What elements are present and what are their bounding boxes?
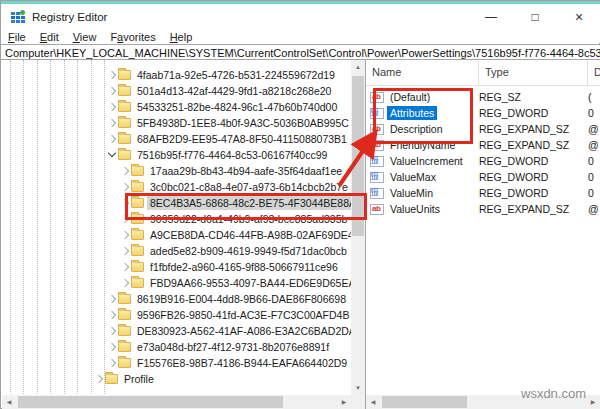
tree-item-label[interactable]: DE830923-A562-41AF-A086-E3A2C6BAD2DA [134,324,352,338]
tree-item-label[interactable]: e73a048d-bf27-4f12-9731-8b2076e8891f [134,340,332,354]
value-row[interactable]: ValueUnitsREG_EXPAND_SZ@ [366,201,600,217]
address-bar[interactable]: Computer\HKEY_LOCAL_MACHINE\SYSTEM\Curre… [1,44,600,60]
tree-item-label[interactable]: 7516b95f-f776-4464-8c53-06167f40cc99 [134,148,330,162]
tree-item[interactable]: 7516b95f-f776-4464-8c53-06167f40cc99 [2,147,352,163]
column-header-data[interactable]: Data [588,60,600,85]
chevron-right-icon[interactable] [120,230,130,240]
tree-item-label[interactable]: 68AFB2D9-EE95-47A8-8F50-4115088073B1 [134,132,350,146]
chevron-right-icon[interactable] [120,166,130,176]
value-name[interactable]: ValueMin [387,186,436,200]
tree-item-label[interactable]: FBD9AA66-9553-4097-BA44-ED6E9D65EAB8 [147,276,352,290]
chevron-right-icon[interactable] [94,374,104,384]
chevron-right-icon[interactable] [107,86,117,96]
chevron-right-icon[interactable] [107,358,117,368]
value-row[interactable]: ValueMaxREG_DWORD0 [366,169,600,185]
maximize-button[interactable]: □ [524,10,546,24]
value-row[interactable]: FriendlyNameREG_EXPAND_SZ@ [366,137,600,153]
tree-item[interactable]: Profile [2,371,352,387]
tree-item-label[interactable]: 5FB4938D-1EE8-4b0f-9A3C-5036B0AB995C [134,116,352,130]
minimize-button[interactable]: — [480,10,502,24]
tree-vertical-scrollbar[interactable]: ▲ ▼ [351,60,365,395]
tree-item-label[interactable]: 4faab71a-92e5-4726-b531-224559672d19 [134,68,338,82]
tree-item[interactable]: e73a048d-bf27-4f12-9731-8b2076e8891f [2,339,352,355]
menu-item-favorites[interactable]: Favorites [110,31,155,43]
tree-item-label[interactable]: A9CEB8DA-CD46-44FB-A98B-02AF69DE4623 [147,228,352,242]
tree-item[interactable]: 8619B916-E004-4dd8-9B66-DAE86F806698 [2,291,352,307]
value-name[interactable]: (Default) [387,90,433,104]
scroll-up-arrow-icon[interactable]: ▲ [351,60,365,74]
window-title: Registry Editor [32,11,107,23]
scroll-left-arrow-icon[interactable]: ◀ [2,395,16,409]
scroll-down-arrow-icon[interactable]: ▼ [351,381,365,395]
tree-item[interactable]: 68AFB2D9-EE95-47A8-8F50-4115088073B1 [2,131,352,147]
tree-item[interactable]: A9CEB8DA-CD46-44FB-A98B-02AF69DE4623 [2,227,352,243]
tree-item[interactable]: F15576E8-98B7-4186-B944-EAFA664402D9 [2,355,352,371]
tree-item[interactable]: 3c0bc021-c8a8-4e07-a973-6b14cbcb2b7e [2,179,352,195]
tree-item-label[interactable]: f1fbfde2-a960-4165-9f88-50667911ce96 [147,260,341,274]
tree-item-label[interactable]: 9596FB26-9850-41fd-AC3E-F7C3C00AFD4B [134,308,352,322]
tree-hscroll-thumb[interactable] [18,396,283,408]
tree-item-label[interactable]: 90959d22-d6a1-49b9-af93-bce885ad335b [147,212,350,226]
value-name[interactable]: ValueMax [387,170,439,184]
value-name[interactable]: ValueIncrement [387,154,466,168]
tree-item[interactable]: 4faab71a-92e5-4726-b531-224559672d19 [2,67,352,83]
tree-item[interactable]: 17aaa29b-8b43-4b94-aafe-35f64daaf1ee [2,163,352,179]
tree-item[interactable]: 8EC4B3A5-6868-48c2-BE75-4F3044BE88A7 [2,195,352,211]
menu-item-edit[interactable]: Edit [40,31,59,43]
value-row[interactable]: ValueMinREG_DWORD0 [366,185,600,201]
value-row[interactable]: DescriptionREG_EXPAND_SZ@ [366,121,600,137]
tree-item-label[interactable]: F15576E8-98B7-4186-B944-EAFA664402D9 [134,356,350,370]
value-row[interactable]: (Default)REG_SZ( [366,89,600,105]
column-header-type[interactable]: Type [479,60,588,85]
chevron-right-icon[interactable] [107,70,117,80]
close-button[interactable]: × [568,9,590,25]
tree-item-label[interactable]: 501a4d13-42af-4429-9fd1-a8218c268e20 [134,84,334,98]
tree-item[interactable]: f1fbfde2-a960-4165-9f88-50667911ce96 [2,259,352,275]
chevron-right-icon[interactable] [120,214,130,224]
value-name[interactable]: FriendlyName [387,138,458,152]
tree-item-label[interactable]: 54533251-82be-4824-96c1-47b60b740d00 [134,100,340,114]
tree-item-label[interactable]: aded5e82-b909-4619-9949-f5d71dac0bcb [147,244,350,258]
tree-item-label-selected[interactable]: 8EC4B3A5-6868-48c2-BE75-4F3044BE88A7 [147,196,352,210]
chevron-right-icon[interactable] [120,182,130,192]
scroll-left-arrow-icon[interactable]: ◀ [366,395,380,409]
chevron-right-icon[interactable] [107,102,117,112]
chevron-right-icon[interactable] [120,278,130,288]
chevron-right-icon[interactable] [120,246,130,256]
tree-item[interactable]: 90959d22-d6a1-49b9-af93-bce885ad335b [2,211,352,227]
tree-item[interactable]: 9596FB26-9850-41fd-AC3E-F7C3C00AFD4B [2,307,352,323]
value-row[interactable]: AttributesREG_DWORD0 [366,105,600,121]
tree-item[interactable]: DE830923-A562-41AF-A086-E3A2C6BAD2DA [2,323,352,339]
menu-item-view[interactable]: View [73,31,97,43]
tree-item[interactable]: 5FB4938D-1EE8-4b0f-9A3C-5036B0AB995C [2,115,352,131]
column-header-name[interactable]: Name [366,60,479,85]
chevron-right-icon[interactable] [107,118,117,128]
menu-item-help[interactable]: Help [170,31,193,43]
tree-item[interactable]: 54533251-82be-4824-96c1-47b60b740d00 [2,99,352,115]
value-row[interactable]: ValueIncrementREG_DWORD0 [366,153,600,169]
chevron-right-icon[interactable] [120,198,130,208]
chevron-right-icon[interactable] [107,134,117,144]
tree-item-label[interactable]: 17aaa29b-8b43-4b94-aafe-35f64daaf1ee [147,164,345,178]
list-hscroll-thumb[interactable] [382,396,467,408]
tree-item[interactable]: FBD9AA66-9553-4097-BA44-ED6E9D65EAB8 [2,275,352,291]
tree-vscroll-thumb[interactable] [352,76,364,236]
tree-item[interactable]: 501a4d13-42af-4429-9fd1-a8218c268e20 [2,83,352,99]
chevron-right-icon[interactable] [107,342,117,352]
menu-item-file[interactable]: File [8,31,26,43]
tree-horizontal-scrollbar[interactable]: ◀ ▶ [2,395,351,409]
value-name[interactable]: Attributes [387,106,437,120]
tree-item-label[interactable]: 3c0bc021-c8a8-4e07-a973-6b14cbcb2b7e [147,180,351,194]
chevron-right-icon[interactable] [107,310,117,320]
tree-item[interactable]: aded5e82-b909-4619-9949-f5d71dac0bcb [2,243,352,259]
chevron-down-icon[interactable] [107,150,117,160]
chevron-right-icon[interactable] [107,326,117,336]
scroll-right-arrow-icon[interactable]: ▶ [337,395,351,409]
tree-item-label[interactable]: 8619B916-E004-4dd8-9B66-DAE86F806698 [134,292,349,306]
tree-item-label[interactable]: Profile [121,372,157,386]
value-name[interactable]: Description [387,122,446,136]
chevron-right-icon[interactable] [120,262,130,272]
chevron-right-icon[interactable] [107,294,117,304]
scroll-right-arrow-icon[interactable]: ▶ [586,395,600,409]
value-name[interactable]: ValueUnits [387,202,443,216]
